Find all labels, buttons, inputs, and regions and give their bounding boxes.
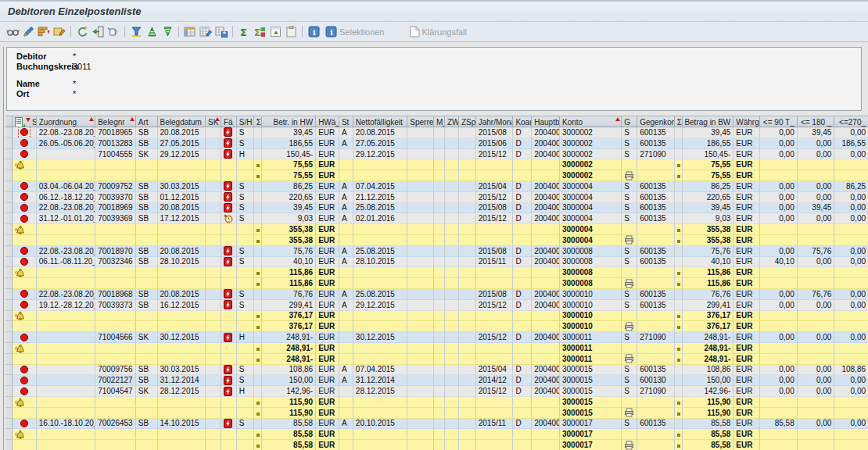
- cell-zsp[interactable]: [459, 278, 476, 289]
- cell-gegenkonto[interactable]: 600135: [637, 300, 675, 311]
- cell-st[interactable]: [13, 203, 37, 214]
- cell-sh[interactable]: S: [237, 138, 254, 149]
- cell-konto[interactable]: 3000002: [560, 149, 622, 160]
- cell-art[interactable]: SB: [136, 289, 158, 300]
- cell-st[interactable]: [13, 311, 37, 322]
- cell-sig2[interactable]: [675, 203, 683, 214]
- row-selector[interactable]: [5, 375, 13, 386]
- cell-zuordnung[interactable]: [37, 311, 95, 322]
- cell-art[interactable]: SB: [136, 246, 158, 257]
- cell-t270[interactable]: 86,25: [834, 181, 868, 192]
- cell-konto[interactable]: 3000010: [560, 300, 622, 311]
- cell-koart[interactable]: [513, 429, 532, 440]
- cell-hwae[interactable]: EUR: [316, 321, 339, 332]
- row-selector[interactable]: [5, 224, 13, 235]
- cell-netto[interactable]: [353, 429, 407, 440]
- cell-fa[interactable]: [221, 311, 237, 322]
- cell-st2[interactable]: A: [339, 138, 353, 149]
- cell-sperre[interactable]: [407, 289, 434, 300]
- cell-hwae[interactable]: EUR: [316, 170, 339, 181]
- cell-fa[interactable]: [221, 159, 237, 170]
- cell-t270[interactable]: 0,00: [834, 246, 868, 257]
- cell-m[interactable]: [434, 181, 445, 192]
- cell-st2[interactable]: A: [339, 246, 353, 257]
- cell-sh[interactable]: [237, 170, 254, 181]
- cell-t180[interactable]: 0,00: [798, 300, 835, 311]
- cell-koart[interactable]: D: [513, 181, 532, 192]
- cell-st2[interactable]: [339, 332, 353, 343]
- cell-waehrg[interactable]: EUR: [733, 419, 760, 430]
- cell-belegnr[interactable]: [95, 278, 136, 289]
- cell-netto[interactable]: [353, 267, 407, 278]
- cell-belegnr[interactable]: 71004555: [95, 149, 136, 160]
- cell-waehrg[interactable]: EUR: [733, 397, 760, 408]
- cell-g[interactable]: [622, 429, 637, 440]
- cell-sk[interactable]: [206, 267, 221, 278]
- cell-belegdatum[interactable]: [158, 159, 206, 170]
- cell-belegnr[interactable]: [95, 429, 136, 440]
- cell-betr_hw[interactable]: 115,86: [262, 278, 316, 289]
- cell-sig1[interactable]: [254, 170, 262, 181]
- cell-sk[interactable]: [206, 203, 221, 214]
- cell-belegnr[interactable]: 71004547: [95, 386, 136, 397]
- cell-zw[interactable]: [445, 365, 459, 376]
- cell-art[interactable]: SB: [136, 419, 158, 430]
- cell-t90[interactable]: 0,00: [760, 332, 798, 343]
- cell-belegdatum[interactable]: [158, 321, 206, 332]
- save-layout-icon[interactable]: [213, 25, 229, 39]
- cell-zuordnung[interactable]: [37, 408, 95, 419]
- cell-waehrg[interactable]: EUR: [733, 224, 760, 235]
- cell-m[interactable]: [434, 375, 445, 386]
- cell-m[interactable]: [434, 429, 445, 440]
- cell-betrag_bw[interactable]: 220,65: [683, 192, 733, 203]
- total-row[interactable]: 248,91-EUR3000011248,91-EUR: [5, 354, 868, 365]
- cell-t270[interactable]: 0,00: [834, 203, 868, 214]
- cell-jahrmonat[interactable]: 2015/06: [476, 138, 514, 149]
- cell-gegenkonto[interactable]: 600135: [637, 365, 675, 376]
- cell-hauptb[interactable]: 200400: [532, 289, 560, 300]
- subtotal-row[interactable]: 85,58EUR300001785,58EUR: [5, 429, 868, 440]
- row-selector[interactable]: [5, 181, 13, 192]
- cell-t270[interactable]: 0,00: [834, 332, 868, 343]
- cell-hwae[interactable]: EUR: [316, 224, 339, 235]
- cell-hauptb[interactable]: 200400: [532, 192, 560, 203]
- row-selector[interactable]: [5, 170, 13, 181]
- cell-sig2[interactable]: [675, 397, 683, 408]
- cell-t180[interactable]: [798, 224, 835, 235]
- export-frame-icon[interactable]: [267, 25, 283, 39]
- cell-g[interactable]: [622, 354, 637, 365]
- cell-st[interactable]: [13, 181, 37, 192]
- cell-t270[interactable]: 0,00: [834, 300, 868, 311]
- cell-t90[interactable]: 0,00: [760, 192, 798, 203]
- cell-gegenkonto[interactable]: [637, 429, 675, 440]
- cell-jahrmonat[interactable]: 2015/12: [476, 213, 514, 224]
- cell-art[interactable]: SB: [136, 257, 158, 268]
- cell-st2[interactable]: [339, 354, 353, 365]
- cell-st2[interactable]: [339, 386, 353, 397]
- edit-pencil-icon[interactable]: [20, 25, 36, 39]
- sum-icon[interactable]: Σ: [236, 25, 252, 39]
- cell-zuordnung[interactable]: [37, 429, 95, 440]
- column-header-fa[interactable]: Fä: [221, 116, 237, 127]
- total-row[interactable]: 376,17EUR3000010376,17EUR: [5, 321, 868, 332]
- cell-netto[interactable]: [353, 224, 407, 235]
- cell-hauptb[interactable]: [532, 267, 560, 278]
- cell-gegenkonto[interactable]: [637, 397, 675, 408]
- cell-sig2[interactable]: [675, 170, 683, 181]
- cell-g[interactable]: [622, 440, 637, 450]
- cell-m[interactable]: [434, 321, 445, 332]
- cell-sig1[interactable]: [254, 419, 262, 430]
- cell-gegenkonto[interactable]: 271090: [637, 386, 675, 397]
- cell-koart[interactable]: D: [513, 127, 532, 138]
- table-row[interactable]: 71004555SK29.12.2015H150,45-EUR29.12.201…: [5, 149, 868, 160]
- cell-betrag_bw[interactable]: 85,58: [683, 419, 733, 430]
- cell-m[interactable]: [434, 224, 445, 235]
- cell-koart[interactable]: D: [513, 419, 532, 430]
- cell-st2[interactable]: [339, 170, 353, 181]
- cell-t270[interactable]: 0,00: [834, 127, 868, 138]
- cell-koart[interactable]: [513, 159, 532, 170]
- cell-fa[interactable]: [221, 278, 237, 289]
- cell-belegdatum[interactable]: 30.03.2015: [158, 365, 206, 376]
- cell-t270[interactable]: [834, 170, 868, 181]
- cell-zsp[interactable]: [459, 375, 476, 386]
